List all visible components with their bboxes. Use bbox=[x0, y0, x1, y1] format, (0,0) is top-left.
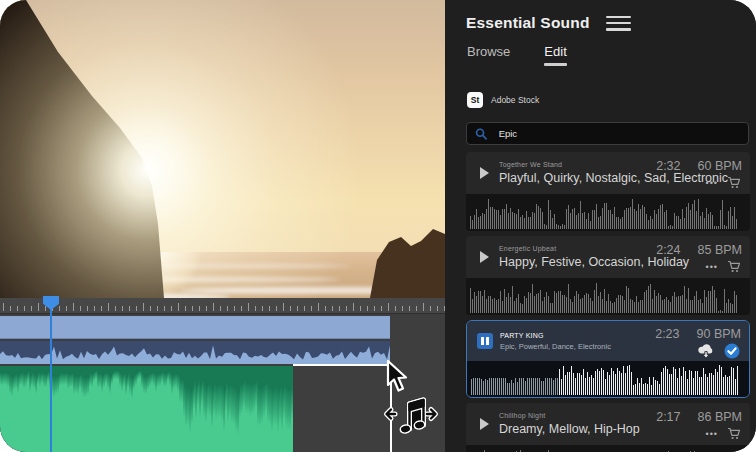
more-options-button[interactable]: ••• bbox=[706, 427, 718, 441]
search-icon bbox=[475, 127, 488, 141]
download-icon[interactable] bbox=[697, 343, 715, 359]
track-bpm: 86 BPM bbox=[698, 410, 742, 424]
play-button[interactable] bbox=[472, 418, 496, 430]
cart-icon[interactable] bbox=[727, 176, 741, 189]
track-bpm: 90 BPM bbox=[697, 327, 741, 341]
cart-icon[interactable] bbox=[727, 427, 741, 440]
track-title: Chillhop Night bbox=[499, 412, 656, 419]
music-note-drag-icon bbox=[382, 390, 442, 440]
panel-tabs: Browse Edit bbox=[445, 32, 756, 66]
tab-edit[interactable]: Edit bbox=[544, 44, 566, 66]
play-icon bbox=[480, 251, 489, 263]
track-actions: ••• bbox=[706, 260, 742, 274]
track-tags: Epic, Powerful, Dance, Electronic bbox=[500, 342, 655, 351]
search-input[interactable] bbox=[497, 127, 740, 140]
audio-clip-1[interactable] bbox=[0, 341, 390, 364]
tab-browse[interactable]: Browse bbox=[467, 44, 510, 66]
play-button[interactable] bbox=[472, 251, 496, 263]
play-icon bbox=[480, 167, 489, 179]
track-duration: 2:32 bbox=[656, 159, 680, 173]
sun-glow bbox=[0, 0, 445, 298]
track-card[interactable]: Chillhop Night Dreamy, Mellow, Hip-Hop 2… bbox=[466, 403, 750, 452]
track-meta: 2:32 60 BPM ••• bbox=[656, 157, 742, 190]
video-clip[interactable] bbox=[0, 316, 390, 339]
track-card[interactable]: PARTY KING Epic, Powerful, Dance, Electr… bbox=[466, 320, 750, 398]
track-bpm: 60 BPM bbox=[698, 159, 742, 173]
adobe-stock-row: St Adobe Stock bbox=[445, 66, 756, 108]
track-card[interactable]: Together We Stand Playful, Quirky, Nosta… bbox=[466, 152, 750, 231]
track-waveform[interactable] bbox=[466, 278, 750, 315]
downloaded-check-icon[interactable] bbox=[724, 343, 740, 359]
more-options-button[interactable]: ••• bbox=[706, 260, 718, 274]
track-tags: Playful, Quirky, Nostalgic, Sad, Electro… bbox=[499, 171, 656, 185]
play-icon bbox=[480, 418, 489, 430]
play-button[interactable] bbox=[472, 167, 496, 179]
essential-sound-panel: Essential Sound Browse Edit St Adobe Sto… bbox=[445, 0, 756, 452]
track-titles: Energetic Upbeat Happy, Festive, Occasio… bbox=[496, 245, 656, 269]
track-info: PARTY KING Epic, Powerful, Dance, Electr… bbox=[467, 321, 749, 361]
more-options-button[interactable]: ••• bbox=[706, 176, 718, 190]
track-bpm: 85 BPM bbox=[698, 243, 742, 257]
track-tags: Dreamy, Mellow, Hip-Hop bbox=[499, 422, 656, 436]
track-info: Chillhop Night Dreamy, Mellow, Hip-Hop 2… bbox=[466, 403, 750, 445]
track-waveform[interactable] bbox=[466, 445, 750, 452]
track-duration: 2:23 bbox=[655, 327, 679, 341]
cart-icon[interactable] bbox=[727, 260, 741, 273]
track-card[interactable]: Energetic Upbeat Happy, Festive, Occasio… bbox=[466, 236, 750, 315]
search-bar[interactable] bbox=[466, 122, 749, 145]
mouse-cursor-icon bbox=[385, 360, 411, 394]
track-titles: Together We Stand Playful, Quirky, Nosta… bbox=[496, 161, 656, 185]
track-info: Energetic Upbeat Happy, Festive, Occasio… bbox=[466, 236, 750, 278]
timeline-ruler[interactable] bbox=[0, 298, 445, 314]
track-title: Energetic Upbeat bbox=[499, 245, 656, 252]
track-actions: ••• bbox=[706, 427, 742, 441]
track-waveform[interactable] bbox=[466, 194, 750, 231]
audio-clip-2[interactable] bbox=[0, 366, 293, 452]
timeline[interactable] bbox=[0, 298, 445, 452]
track-actions bbox=[697, 344, 741, 358]
panel-menu-icon[interactable] bbox=[606, 16, 631, 31]
playhead-line bbox=[50, 298, 52, 452]
panel-title: Essential Sound bbox=[466, 14, 590, 32]
track-meta: 2:24 85 BPM ••• bbox=[656, 241, 742, 274]
adobe-stock-logo: St bbox=[467, 92, 483, 108]
track-info: Together We Stand Playful, Quirky, Nosta… bbox=[466, 152, 750, 194]
track-meta: 2:23 90 BPM bbox=[655, 325, 741, 358]
adobe-stock-label: Adobe Stock bbox=[491, 95, 539, 105]
track-titles: PARTY KING Epic, Powerful, Dance, Electr… bbox=[497, 332, 655, 351]
track-duration: 2:17 bbox=[656, 410, 680, 424]
track-titles: Chillhop Night Dreamy, Mellow, Hip-Hop bbox=[496, 412, 656, 436]
app-window: Essential Sound Browse Edit St Adobe Sto… bbox=[0, 0, 756, 452]
pause-button[interactable] bbox=[473, 333, 497, 349]
track-actions: ••• bbox=[706, 176, 742, 190]
track-waveform[interactable] bbox=[467, 361, 749, 397]
drop-zone-outline bbox=[293, 364, 392, 366]
track-title: PARTY KING bbox=[500, 332, 655, 339]
track-title: Together We Stand bbox=[499, 161, 656, 168]
pause-icon bbox=[477, 333, 493, 349]
track-list: Together We Stand Playful, Quirky, Nosta… bbox=[466, 152, 750, 452]
track-meta: 2:17 86 BPM ••• bbox=[656, 408, 742, 441]
panel-header: Essential Sound bbox=[445, 0, 756, 32]
track-tags: Happy, Festive, Occasion, Holiday bbox=[499, 255, 656, 269]
track-duration: 2:24 bbox=[656, 243, 680, 257]
video-preview bbox=[0, 0, 445, 298]
